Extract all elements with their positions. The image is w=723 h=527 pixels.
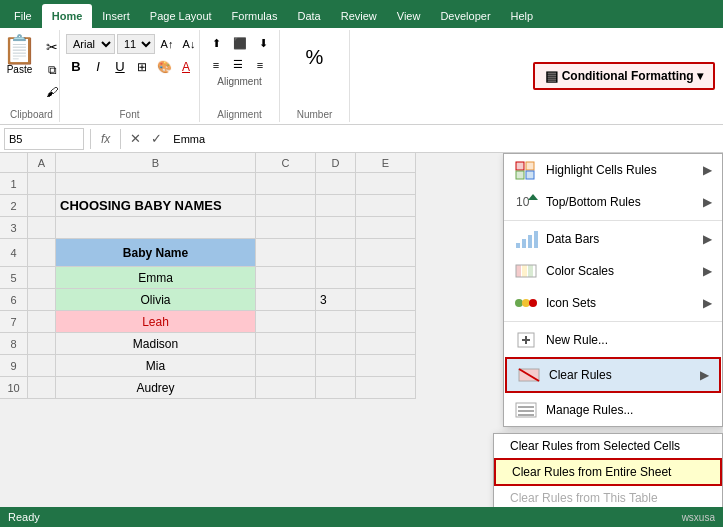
align-bottom-button[interactable]: ⬇ <box>253 34 273 53</box>
cell-e9[interactable] <box>356 355 416 377</box>
decrease-font-button[interactable]: A↓ <box>179 35 199 53</box>
cell-e3[interactable] <box>356 217 416 239</box>
cell-a10[interactable] <box>28 377 56 399</box>
ctx-clear-entire-sheet[interactable]: Clear Rules from Entire Sheet <box>494 458 722 486</box>
cell-c7[interactable] <box>256 311 316 333</box>
fill-color-button[interactable]: 🎨 <box>154 57 174 77</box>
cell-a6[interactable] <box>28 289 56 311</box>
cf-item-highlight-cells[interactable]: Highlight Cells Rules ▶ <box>504 154 722 186</box>
cell-a1[interactable] <box>28 173 56 195</box>
col-header-a[interactable]: A <box>28 153 56 173</box>
font-name-select[interactable]: Arial <box>66 34 115 54</box>
align-left-button[interactable]: ≡ <box>206 55 226 74</box>
border-button[interactable]: ⊞ <box>132 57 152 77</box>
cf-item-data-bars[interactable]: Data Bars ▶ <box>504 223 722 255</box>
cell-e5[interactable] <box>356 267 416 289</box>
cell-c2[interactable] <box>256 195 316 217</box>
cell-c8[interactable] <box>256 333 316 355</box>
tab-home[interactable]: Home <box>42 4 93 28</box>
cell-b3[interactable] <box>56 217 256 239</box>
align-center-button[interactable]: ☰ <box>228 55 248 74</box>
tab-data[interactable]: Data <box>287 4 330 28</box>
cell-d8[interactable] <box>316 333 356 355</box>
cf-item-top-bottom[interactable]: 10 Top/Bottom Rules ▶ <box>504 186 722 218</box>
font-color-button[interactable]: A <box>176 57 196 77</box>
cell-b2[interactable]: CHOOSING BABY NAMES <box>56 195 256 217</box>
manage-rules-icon <box>514 400 538 420</box>
conditional-formatting-button[interactable]: ▤ Conditional Formatting ▾ <box>533 62 715 90</box>
cell-e10[interactable] <box>356 377 416 399</box>
cell-b9[interactable]: Mia <box>56 355 256 377</box>
cell-c1[interactable] <box>256 173 316 195</box>
tab-insert[interactable]: Insert <box>92 4 140 28</box>
highlight-cells-arrow: ▶ <box>703 163 712 177</box>
font-size-select[interactable]: 11 <box>117 34 155 54</box>
cell-d4[interactable] <box>316 239 356 267</box>
tab-developer[interactable]: Developer <box>430 4 500 28</box>
cell-b5[interactable]: Emma <box>56 267 256 289</box>
top-bottom-arrow: ▶ <box>703 195 712 209</box>
cell-e2[interactable] <box>356 195 416 217</box>
cell-c3[interactable] <box>256 217 316 239</box>
col-header-d[interactable]: D <box>316 153 356 173</box>
cell-b4[interactable]: Baby Name <box>56 239 256 267</box>
cell-d9[interactable] <box>316 355 356 377</box>
tab-review[interactable]: Review <box>331 4 387 28</box>
cell-a9[interactable] <box>28 355 56 377</box>
cell-e8[interactable] <box>356 333 416 355</box>
increase-font-button[interactable]: A↑ <box>157 35 177 53</box>
cell-b1[interactable] <box>56 173 256 195</box>
align-top-button[interactable]: ⬆ <box>206 34 226 53</box>
cell-e4[interactable] <box>356 239 416 267</box>
cell-e6[interactable] <box>356 289 416 311</box>
tab-page-layout[interactable]: Page Layout <box>140 4 222 28</box>
align-middle-button[interactable]: ⬛ <box>228 34 251 53</box>
cell-c9[interactable] <box>256 355 316 377</box>
tab-file[interactable]: File <box>4 4 42 28</box>
tab-view[interactable]: View <box>387 4 431 28</box>
paste-button[interactable]: 📋 Paste <box>0 34 39 102</box>
cell-d10[interactable] <box>316 377 356 399</box>
cell-d3[interactable] <box>316 217 356 239</box>
underline-button[interactable]: U <box>110 56 130 77</box>
align-right-button[interactable]: ≡ <box>250 55 270 74</box>
cell-b6[interactable]: Olivia <box>56 289 256 311</box>
cell-c4[interactable] <box>256 239 316 267</box>
cell-d2[interactable] <box>316 195 356 217</box>
col-header-c[interactable]: C <box>256 153 316 173</box>
confirm-formula-icon[interactable]: ✓ <box>148 131 165 146</box>
cell-e7[interactable] <box>356 311 416 333</box>
cell-c10[interactable] <box>256 377 316 399</box>
cf-item-color-scales[interactable]: Color Scales ▶ <box>504 255 722 287</box>
cell-a8[interactable] <box>28 333 56 355</box>
cell-a5[interactable] <box>28 267 56 289</box>
cell-e1[interactable] <box>356 173 416 195</box>
ctx-clear-selected[interactable]: Clear Rules from Selected Cells <box>494 434 722 458</box>
cell-a7[interactable] <box>28 311 56 333</box>
tab-help[interactable]: Help <box>501 4 544 28</box>
cell-b10[interactable]: Audrey <box>56 377 256 399</box>
col-header-e[interactable]: E <box>356 153 416 173</box>
italic-button[interactable]: I <box>88 56 108 77</box>
cf-item-manage-rules[interactable]: Manage Rules... <box>504 394 722 426</box>
cell-a3[interactable] <box>28 217 56 239</box>
cf-item-new-rule[interactable]: New Rule... <box>504 324 722 356</box>
col-header-b[interactable]: B <box>56 153 256 173</box>
name-box[interactable] <box>4 128 84 150</box>
cf-item-icon-sets[interactable]: Icon Sets ▶ <box>504 287 722 319</box>
cell-d5[interactable] <box>316 267 356 289</box>
cell-c5[interactable] <box>256 267 316 289</box>
formula-input[interactable] <box>169 131 719 147</box>
cf-item-clear-rules[interactable]: Clear Rules ▶ <box>505 357 721 393</box>
bold-button[interactable]: B <box>66 56 86 77</box>
cancel-formula-icon[interactable]: ✕ <box>127 131 144 146</box>
cell-b7[interactable]: Leah <box>56 311 256 333</box>
cell-b8[interactable]: Madison <box>56 333 256 355</box>
cell-d7[interactable] <box>316 311 356 333</box>
cell-d1[interactable] <box>316 173 356 195</box>
cell-d6[interactable]: 3 <box>316 289 356 311</box>
cell-c6[interactable] <box>256 289 316 311</box>
cell-a4[interactable] <box>28 239 56 267</box>
cell-a2[interactable] <box>28 195 56 217</box>
tab-formulas[interactable]: Formulas <box>222 4 288 28</box>
